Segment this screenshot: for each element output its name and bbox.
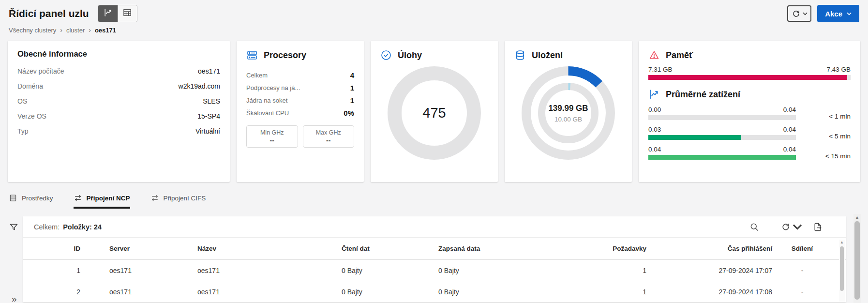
chevron-down-icon xyxy=(847,12,852,15)
info-label: OS xyxy=(17,97,27,105)
table-refresh-button[interactable] xyxy=(781,222,802,232)
scrollbar-up-arrow[interactable]: ▲ xyxy=(853,214,861,221)
refresh-icon xyxy=(792,9,801,18)
page-title: Řídicí panel uzlu xyxy=(9,8,89,19)
page-scrollbar[interactable]: ▲ xyxy=(853,214,861,303)
cell-pozadavky: 1 xyxy=(554,267,646,274)
card-processors: Procesory Celkem 4 Podprocesy na já... 1… xyxy=(237,41,364,182)
memory-used-value: 7.31 GB xyxy=(648,66,673,73)
storage-primary-value: 139.99 GB xyxy=(548,104,588,113)
expand-panel-chevron[interactable]: » xyxy=(12,294,17,303)
info-label: Verze OS xyxy=(17,112,46,120)
refresh-button[interactable] xyxy=(787,5,811,22)
breadcrumb-item-current: oes171 xyxy=(95,27,116,34)
table-header-row: ID Server Název Čtení dat Zapsaná data P… xyxy=(23,238,846,260)
column-header-sdileni[interactable]: Sdílení xyxy=(772,245,832,252)
table-view-button[interactable] xyxy=(118,5,137,22)
load-current: 0.00 xyxy=(648,106,661,113)
proc-label: Škálování CPU xyxy=(246,109,289,117)
load-current: 0.03 xyxy=(648,126,661,133)
cell-pozadavky: 1 xyxy=(554,288,646,296)
search-button[interactable] xyxy=(749,222,759,232)
card-title: Uložení xyxy=(532,50,563,61)
cell-id: 2 xyxy=(37,288,80,296)
tab-prostredky[interactable]: Prostředky xyxy=(9,194,53,209)
table-row[interactable]: 1 oes171 oes171 0 Bajty 0 Bajty 1 27-09-… xyxy=(23,260,846,281)
table-scrollbar[interactable]: ▲ xyxy=(839,240,845,302)
proc-label: Celkem xyxy=(246,72,268,79)
column-header-zapsana-data[interactable]: Zapsaná data xyxy=(438,245,554,252)
cell-cas-prihlaseni: 27-09-2024 17:08 xyxy=(646,288,772,296)
scrollbar-up-arrow[interactable]: ▲ xyxy=(839,240,845,245)
table-summary-value: Položky: 24 xyxy=(63,223,102,231)
chart-view-button[interactable] xyxy=(98,5,118,22)
view-toggle xyxy=(98,5,137,22)
load-title: Průměrné zatížení xyxy=(666,90,740,100)
column-header-cas-prihlaseni[interactable]: Čas přihlášení xyxy=(646,245,772,252)
load-bar-fill xyxy=(648,155,796,160)
ghz-boxes: Min GHz -- Max GHz -- xyxy=(246,125,354,148)
tab-pripojeni-cifs[interactable]: Připojení CIFS xyxy=(150,194,206,209)
load-max: 0.04 xyxy=(783,106,796,113)
cpu-icon xyxy=(246,49,258,61)
header-actions: Akce xyxy=(787,5,859,22)
actions-button[interactable]: Akce xyxy=(817,5,859,22)
table-summary-label: Celkem: xyxy=(34,223,60,231)
column-header-nazev[interactable]: Název xyxy=(177,245,342,252)
summary-cards: Obecné informace Název počítače oes171 D… xyxy=(8,41,860,182)
funnel-icon xyxy=(9,222,19,232)
breadcrumb-item-cluster[interactable]: cluster xyxy=(66,27,85,34)
scrollbar-thumb[interactable] xyxy=(840,246,844,291)
proc-value: 0% xyxy=(344,109,354,117)
max-ghz-value: -- xyxy=(305,136,352,144)
min-ghz-label: Min GHz xyxy=(249,129,296,136)
load-bar-fill xyxy=(648,135,741,140)
detail-tabs: Prostředky Připojení NCP Připojení CIFS xyxy=(9,194,860,209)
scrollbar-thumb[interactable] xyxy=(854,221,860,300)
cell-id: 1 xyxy=(37,267,80,274)
tab-label: Připojení CIFS xyxy=(164,195,206,202)
proc-value: 1 xyxy=(350,96,354,105)
column-header-server[interactable]: Server xyxy=(80,245,177,252)
connections-table-card: Celkem: Položky: 24 xyxy=(23,216,846,303)
cell-cteni-dat: 0 Bajty xyxy=(342,267,438,274)
table-row[interactable]: 2 oes171 oes171 0 Bajty 0 Bajty 1 27-09-… xyxy=(23,281,846,303)
tab-pripojeni-ncp[interactable]: Připojení NCP xyxy=(74,194,130,209)
table-grid-icon xyxy=(122,8,132,19)
export-icon xyxy=(813,222,823,232)
breadcrumb-item-all-clusters[interactable]: Všechny clustery xyxy=(9,27,56,34)
refresh-icon xyxy=(781,222,791,232)
node-dashboard-page: Řídicí panel uzlu xyxy=(0,0,868,303)
filter-button[interactable] xyxy=(9,222,19,234)
column-header-cteni-dat[interactable]: Čtení dat xyxy=(342,245,438,252)
warning-triangle-icon xyxy=(648,49,660,61)
info-value: oes171 xyxy=(198,67,220,75)
proc-label: Jádra na soket xyxy=(246,97,287,104)
connections-section: » Celkem: Položky: 24 xyxy=(0,216,868,303)
chevron-down-icon xyxy=(803,12,808,15)
info-value: Virtuální xyxy=(195,127,220,135)
proc-row: Škálování CPU 0% xyxy=(246,106,354,119)
table-toolbar: Celkem: Položky: 24 xyxy=(23,216,846,238)
card-title: Procesory xyxy=(264,50,306,61)
tasks-donut: 475 xyxy=(387,66,481,160)
column-header-pozadavky[interactable]: Požadavky xyxy=(554,245,646,252)
card-title: Úlohy xyxy=(398,50,422,61)
max-ghz-label: Max GHz xyxy=(305,129,352,136)
load-max: 0.04 xyxy=(783,126,796,133)
column-header-id[interactable]: ID xyxy=(37,245,80,252)
search-icon xyxy=(749,222,759,232)
actions-button-label: Akce xyxy=(825,10,842,18)
load-current: 0.04 xyxy=(648,146,661,153)
tasks-count: 475 xyxy=(422,105,446,121)
memory-bar xyxy=(648,75,851,80)
proc-value: 1 xyxy=(350,84,354,92)
cell-zapsana-data: 0 Bajty xyxy=(438,288,554,296)
chevron-down-icon xyxy=(793,222,802,232)
breadcrumb-separator: › xyxy=(60,26,62,34)
min-ghz-value: -- xyxy=(249,136,296,144)
cell-nazev: oes171 xyxy=(177,267,342,274)
info-label: Typ xyxy=(17,127,29,135)
breadcrumb: Všechny clustery › cluster › oes171 xyxy=(0,22,868,34)
export-button[interactable] xyxy=(813,222,823,232)
